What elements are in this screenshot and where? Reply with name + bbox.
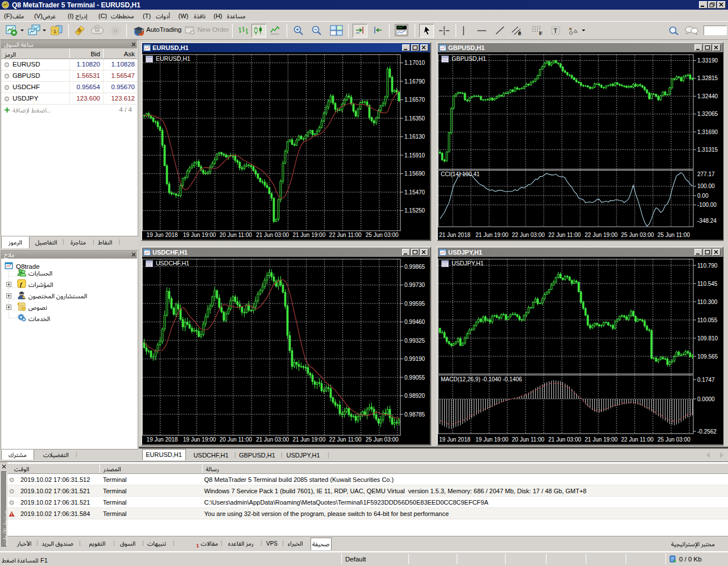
svg-text:22 Jun 03:00: 22 Jun 03:00 xyxy=(512,232,545,238)
svg-text:21 Jun 03:00: 21 Jun 03:00 xyxy=(548,436,581,443)
svg-text:22 Jun 11:00: 22 Jun 11:00 xyxy=(548,232,581,238)
svg-text:22 Jun 11:00: 22 Jun 11:00 xyxy=(329,436,362,443)
svg-text:0.98785: 0.98785 xyxy=(404,411,425,418)
svg-text:277.17: 277.17 xyxy=(697,171,715,177)
svg-text:1.32065: 1.32065 xyxy=(697,111,718,117)
svg-text:25 Jun 03:00: 25 Jun 03:00 xyxy=(366,436,399,443)
svg-text:0.0000: 0.0000 xyxy=(697,396,715,402)
svg-text:GBPUSD,H1: GBPUSD,H1 xyxy=(452,55,486,62)
svg-text:21 Jun 19:00: 21 Jun 19:00 xyxy=(292,232,325,238)
svg-text:109.810: 109.810 xyxy=(697,335,718,342)
svg-text:1.32440: 1.32440 xyxy=(697,93,718,99)
svg-text:21 Jun 19:00: 21 Jun 19:00 xyxy=(475,232,508,238)
svg-text:1.17010: 1.17010 xyxy=(404,60,425,66)
svg-text:-0.2562: -0.2562 xyxy=(697,428,717,435)
svg-text:1.16350: 1.16350 xyxy=(404,115,425,122)
svg-text:21 Jun 03:00: 21 Jun 03:00 xyxy=(256,232,289,238)
svg-text:25 Jun 03:00: 25 Jun 03:00 xyxy=(366,232,399,238)
svg-text:$: $ xyxy=(53,28,56,34)
svg-text:109.565: 109.565 xyxy=(697,353,718,360)
svg-text:1.15470: 1.15470 xyxy=(404,189,425,195)
svg-text:0.1747: 0.1747 xyxy=(697,377,715,383)
svg-text:1.15250: 1.15250 xyxy=(404,207,425,214)
svg-text:19 Jun 19:00: 19 Jun 19:00 xyxy=(183,232,216,238)
svg-text:F: F xyxy=(539,31,543,36)
svg-text:110.545: 110.545 xyxy=(697,281,718,287)
svg-text:-100.00: -100.00 xyxy=(697,202,717,208)
svg-text:1.15910: 1.15910 xyxy=(404,152,425,159)
svg-text:0.99865: 0.99865 xyxy=(404,264,425,270)
svg-text:-348.24: -348.24 xyxy=(697,218,717,224)
svg-text:0.99190: 0.99190 xyxy=(404,356,425,362)
svg-text:25 Jun 03:00: 25 Jun 03:00 xyxy=(657,436,690,443)
svg-text:1.16790: 1.16790 xyxy=(404,78,425,85)
svg-text:110.300: 110.300 xyxy=(697,299,718,305)
svg-text:0.99730: 0.99730 xyxy=(404,282,425,288)
svg-text:110.790: 110.790 xyxy=(697,263,718,269)
svg-text:1.15690: 1.15690 xyxy=(404,170,425,177)
svg-text:USDJPY,H1: USDJPY,H1 xyxy=(452,260,484,267)
svg-text:19 Jun 19:00: 19 Jun 19:00 xyxy=(475,436,508,443)
svg-text:1.31315: 1.31315 xyxy=(697,147,718,153)
svg-text:25 Jun 11:00: 25 Jun 11:00 xyxy=(657,232,690,238)
svg-text:20 Jun 11:00: 20 Jun 11:00 xyxy=(512,436,545,443)
svg-text:0.99460: 0.99460 xyxy=(404,319,425,325)
svg-text:21 Jun 2018: 21 Jun 2018 xyxy=(439,232,470,238)
svg-text:20 Jun 11:00: 20 Jun 11:00 xyxy=(220,436,253,443)
svg-text:CCI(14) 100.41: CCI(14) 100.41 xyxy=(441,171,480,177)
svg-text:22 Jun 11:00: 22 Jun 11:00 xyxy=(621,436,654,443)
svg-text:1.33190: 1.33190 xyxy=(697,57,718,64)
svg-text:110.055: 110.055 xyxy=(697,317,718,323)
svg-text:25 Jun 03:00: 25 Jun 03:00 xyxy=(621,232,654,238)
svg-text:1.16570: 1.16570 xyxy=(404,97,425,103)
svg-text:E: E xyxy=(518,31,522,36)
svg-text:0.98920: 0.98920 xyxy=(404,393,425,399)
svg-text:1.32815: 1.32815 xyxy=(697,75,718,81)
svg-text:21 Jun 03:00: 21 Jun 03:00 xyxy=(256,436,289,443)
svg-text:0.99595: 0.99595 xyxy=(404,301,425,307)
svg-text:20 Jun 11:00: 20 Jun 11:00 xyxy=(220,232,253,238)
svg-text:19 Jun 2018: 19 Jun 2018 xyxy=(439,436,470,443)
svg-text:100.00: 100.00 xyxy=(697,183,715,189)
svg-text:19 Jun 19:00: 19 Jun 19:00 xyxy=(183,436,216,443)
svg-text:T: T xyxy=(554,28,557,34)
svg-text:USDCHF,H1: USDCHF,H1 xyxy=(156,260,189,267)
svg-text:22 Jun 11:00: 22 Jun 11:00 xyxy=(329,232,362,238)
svg-text:1.31690: 1.31690 xyxy=(697,129,718,135)
svg-text:21 Jun 19:00: 21 Jun 19:00 xyxy=(585,436,618,443)
svg-text:22 Jun 19:00: 22 Jun 19:00 xyxy=(585,232,618,238)
svg-text:5: 5 xyxy=(78,27,81,33)
svg-text:21 Jun 19:00: 21 Jun 19:00 xyxy=(292,436,325,443)
svg-text:0.00: 0.00 xyxy=(697,193,709,199)
svg-text:MACD(12,26,9) -0.1040 -0.1406: MACD(12,26,9) -0.1040 -0.1406 xyxy=(441,376,522,382)
svg-text:1.16130: 1.16130 xyxy=(404,134,425,140)
svg-text:19 Jun 2018: 19 Jun 2018 xyxy=(147,232,178,238)
svg-text:EURUSD,H1: EURUSD,H1 xyxy=(156,55,191,62)
svg-text:19 Jun 2018: 19 Jun 2018 xyxy=(147,436,178,443)
svg-text:0.99325: 0.99325 xyxy=(404,338,425,344)
svg-text:0.99055: 0.99055 xyxy=(404,374,425,381)
